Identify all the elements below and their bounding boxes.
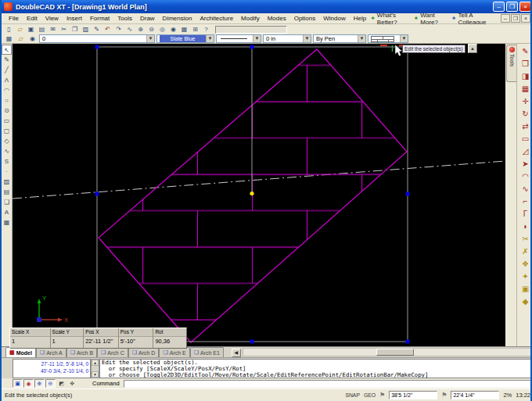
line-tool-icon[interactable]: ╱ <box>2 65 12 75</box>
menu-insert[interactable]: Insert <box>63 14 86 23</box>
hatch-tool-icon[interactable]: ▨ <box>2 177 12 187</box>
stretch-icon[interactable]: ▭ <box>519 133 532 145</box>
extend-icon[interactable]: ➤ <box>519 158 532 170</box>
scale-y-field[interactable]: Scale Y 1 <box>51 328 84 348</box>
chevron-down-icon[interactable]: ▼ <box>358 35 365 42</box>
snap-grid-icon[interactable]: ▦ <box>4 34 14 44</box>
select-tool-icon[interactable]: ↖ <box>2 45 12 55</box>
text-tool-icon[interactable]: A <box>2 207 12 217</box>
chevron-down-icon[interactable]: ▼ <box>303 35 311 42</box>
drawing-canvas[interactable]: Y X Edit the selected object(s) <box>13 44 505 346</box>
array-icon[interactable]: ▦ <box>519 83 532 95</box>
fillet-icon[interactable]: ◠ <box>519 170 532 183</box>
rot-field[interactable]: Rot 90,36 <box>153 328 186 348</box>
chevron-down-icon[interactable]: ▼ <box>400 35 408 42</box>
center-reference-point[interactable] <box>250 192 253 195</box>
record-icon[interactable]: ◉ <box>23 379 34 388</box>
chevron-down-icon[interactable]: ▼ <box>253 35 261 42</box>
delete-icon[interactable]: ✗ <box>519 245 532 258</box>
layer-folder-icon[interactable]: ▱ <box>16 34 26 44</box>
cut-object-icon[interactable]: ✂ <box>519 233 532 245</box>
child-minimize-button[interactable]: – <box>501 14 510 23</box>
pos-y-value[interactable]: 5'-10" <box>119 337 153 348</box>
pos-x-field[interactable]: Pos X 22'-11 1/2" <box>84 328 119 348</box>
copy-icon[interactable]: ❐ <box>70 25 80 34</box>
grid-icon[interactable]: ⊞ <box>190 25 200 34</box>
rotate-icon[interactable]: ↻ <box>519 108 532 120</box>
palette-icon[interactable]: ◩ <box>56 379 66 388</box>
zoom-minus-icon[interactable]: ⊖ <box>45 379 56 388</box>
menu-draw[interactable]: Draw <box>136 14 159 23</box>
pen-style-select[interactable]: By Pen ▼ <box>313 34 366 43</box>
chamfer-icon[interactable]: ⌐ <box>519 195 532 208</box>
hatch-pattern-select[interactable]: ▼ <box>368 34 408 43</box>
chevron-down-icon[interactable]: ▼ <box>146 35 154 42</box>
menu-architecture[interactable]: Architecture <box>196 14 237 23</box>
history-scrollbar[interactable]: ▲ ▼ <box>91 359 99 378</box>
scale-x-field[interactable]: Scale X 1 <box>10 328 51 348</box>
crosshair-icon[interactable]: ✜ <box>67 379 77 388</box>
spline-edit-icon[interactable]: ∿ <box>519 183 532 195</box>
paste-icon[interactable]: ▨ <box>81 25 91 34</box>
help-icon[interactable]: ? <box>201 25 211 34</box>
zoom-extents-icon[interactable]: ◎ <box>157 25 167 34</box>
move-icon[interactable]: ✛ <box>519 95 532 108</box>
point-tool-icon[interactable]: · <box>2 166 12 177</box>
zoom-out-icon[interactable]: ⊖ <box>146 25 156 34</box>
tab-scroll-left-button[interactable]: ◀ <box>232 349 241 357</box>
toggle-doc-icon[interactable]: ▣ <box>13 379 23 388</box>
maximize-button[interactable]: ❐ <box>506 2 518 12</box>
pos-y-field[interactable]: Pos Y 5'-10" <box>119 328 154 348</box>
table-tool-icon[interactable]: ▦ <box>2 217 12 227</box>
scroll-up-button[interactable]: ▲ <box>468 44 477 53</box>
menu-edit[interactable]: Edit <box>23 14 41 23</box>
swap-icon[interactable]: ⇄ <box>519 120 532 133</box>
minimize-button[interactable]: – <box>493 2 505 12</box>
scale-x-value[interactable]: 1 <box>10 337 50 348</box>
spline-tool-icon[interactable]: ∿ <box>2 146 12 156</box>
color-select[interactable]: Slate Blue ▼ <box>156 34 214 43</box>
menu-options[interactable]: Options <box>290 14 320 23</box>
new-document-icon[interactable]: ▯ <box>4 25 14 34</box>
find-icon[interactable]: ◉ <box>168 25 178 34</box>
command-input[interactable] <box>124 380 531 388</box>
zoom-in-icon[interactable]: ⊕ <box>135 25 146 34</box>
curve-tool-icon[interactable]: S <box>2 156 12 166</box>
snap-mode-toggle[interactable]: SNAP <box>345 392 360 398</box>
solid-fill-icon[interactable]: ◆ <box>519 295 532 308</box>
redo-icon[interactable]: ↷ <box>113 25 124 34</box>
menu-file[interactable]: File <box>5 14 23 23</box>
tools-palette-tab[interactable]: Tools <box>506 45 516 82</box>
cut-icon[interactable]: ✂ <box>59 25 69 34</box>
line-style-select[interactable]: ▼ <box>216 34 261 43</box>
scroll-up-icon[interactable]: ▲ <box>92 360 99 366</box>
arc-edit-icon[interactable]: ◗ <box>519 220 532 233</box>
undo-icon[interactable]: ↶ <box>102 25 113 34</box>
coordinate-history[interactable]: 27'-11 1/2, 5'-8 1/4, 0 40'-0 3/4, 2'-10… <box>13 359 91 378</box>
rot-value[interactable]: 90,36 <box>153 337 186 348</box>
scroll-down-icon[interactable]: ▼ <box>92 371 99 378</box>
layers-icon[interactable]: ▦ <box>179 25 189 34</box>
copy-object-icon[interactable]: ❐ <box>519 58 532 70</box>
child-restore-button[interactable]: ❐ <box>511 14 520 23</box>
tab-arch-e1[interactable]: ❏Arch E1 <box>190 347 224 357</box>
layer-select[interactable]: 0 ▼ <box>39 34 155 43</box>
trim-icon[interactable]: ◿ <box>519 145 532 158</box>
scale-y-value[interactable]: 1 <box>51 337 84 348</box>
menu-modify[interactable]: Modify <box>237 14 264 23</box>
corner-icon[interactable]: Γ <box>519 208 532 220</box>
group-tool-icon[interactable]: ❏ <box>2 197 12 207</box>
format-brush-icon[interactable]: ✎ <box>92 25 102 34</box>
line-width-select[interactable]: 0 in ▼ <box>263 34 311 43</box>
star-tool-icon[interactable]: ✦ <box>519 270 532 283</box>
close-button[interactable]: × <box>519 2 531 12</box>
edit-pencil-icon[interactable]: ✎ <box>519 45 532 58</box>
explode-icon[interactable]: ❖ <box>519 258 532 270</box>
hatch-edit-icon[interactable]: ▣ <box>519 283 532 295</box>
child-close-button[interactable]: × <box>521 14 530 23</box>
layer-visibility-icon[interactable]: ◉ <box>27 34 38 44</box>
horizontal-scrollbar-thumb[interactable] <box>376 349 414 356</box>
menu-format[interactable]: Format <box>86 14 113 23</box>
selected-brick-object[interactable] <box>99 49 407 342</box>
zoom-plus-icon[interactable]: ⊕ <box>34 379 45 388</box>
